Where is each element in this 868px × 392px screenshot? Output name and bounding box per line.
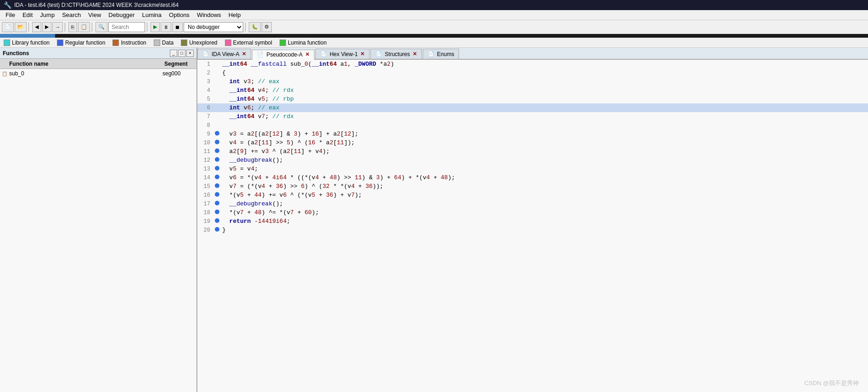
tabs-row: 📄 IDA View-A ✕ 📄 Pseudocode-A ✕ 📄 Hex Vi… <box>197 48 868 60</box>
panel-minimize-btn[interactable]: _ <box>170 50 177 57</box>
fwd-btn[interactable]: ▶ <box>42 22 51 32</box>
legend-item-library-function: Library function <box>4 40 50 46</box>
code-text: __debugbreak(); <box>220 156 868 165</box>
breakpoint-dot[interactable] <box>214 68 220 77</box>
breakpoint-dot[interactable] <box>214 112 220 121</box>
search-input[interactable] <box>108 22 145 32</box>
breakpoint-dot[interactable] <box>214 121 220 130</box>
panel-close-btn[interactable]: × <box>186 50 194 57</box>
function-row[interactable]: 📋 sub_0 seg000 <box>0 69 196 78</box>
breakpoint-dot[interactable] <box>214 217 220 226</box>
menu-item-file[interactable]: File <box>2 11 19 19</box>
legend-color-box <box>225 40 231 46</box>
progress-bar-area <box>0 34 868 38</box>
line-number: 4 <box>197 86 214 95</box>
menu-item-edit[interactable]: Edit <box>19 11 36 19</box>
open-btn[interactable]: 📂 <box>15 22 27 32</box>
tab-ida-view-a[interactable]: 📄 IDA View-A ✕ <box>197 49 251 59</box>
legend-label: Instruction <box>121 40 146 46</box>
breakpoint-dot[interactable] <box>214 103 220 112</box>
code-text: __int64 v4; // rdx <box>220 86 868 95</box>
tab-label: IDA View-A <box>212 51 239 57</box>
breakpoint-dot[interactable] <box>214 208 220 217</box>
breakpoint-dot[interactable] <box>214 173 220 182</box>
tab-close-btn[interactable]: ✕ <box>360 51 364 57</box>
run-btn[interactable]: ▶ <box>151 22 160 32</box>
code-line: 1__int64 __fastcall sub_0(__int64 a1, _D… <box>197 60 868 68</box>
debug-btn1[interactable]: 🐛 <box>249 22 261 32</box>
tab-close-btn[interactable]: ✕ <box>242 51 246 57</box>
progress-dark <box>55 34 868 38</box>
breakpoint-dot[interactable] <box>214 138 220 147</box>
breakpoint-dot[interactable] <box>214 191 220 199</box>
tab-close-btn[interactable]: ✕ <box>413 51 417 57</box>
panel-maximize-btn[interactable]: □ <box>178 50 185 57</box>
copy-btn[interactable]: ⎘ <box>68 22 77 32</box>
breakpoint-dot[interactable] <box>214 95 220 103</box>
tab-hex-view-1[interactable]: 📄 Hex View-1 ✕ <box>315 49 370 59</box>
tab-enums[interactable]: 📄 Enums <box>423 49 459 59</box>
breakpoint-dot[interactable] <box>214 156 220 165</box>
nav-btn[interactable]: → <box>52 22 63 32</box>
new-btn[interactable]: 📄 <box>2 22 14 32</box>
legend-item-regular-function: Regular function <box>57 40 105 46</box>
code-line: 11 a2[9] += v3 ^ (a2[11] + v4); <box>197 147 868 156</box>
breakpoint-dot[interactable] <box>214 86 220 95</box>
tab-icon: 📄 <box>428 51 434 57</box>
stop-btn[interactable]: ⏹ <box>172 22 183 32</box>
legend-item-unexplored: Unexplored <box>181 40 217 46</box>
debugger-select[interactable]: No debugger <box>184 22 243 32</box>
code-area[interactable]: 1__int64 __fastcall sub_0(__int64 a1, _D… <box>197 60 868 392</box>
breakpoint-dot[interactable] <box>214 147 220 156</box>
line-number: 9 <box>197 130 214 138</box>
watermark: CSDN @我不是秀神 <box>804 379 859 387</box>
breakpoint-dot[interactable] <box>214 199 220 208</box>
menu-item-debugger[interactable]: Debugger <box>105 11 138 19</box>
breakpoint-dot[interactable] <box>214 226 220 234</box>
menu-item-help[interactable]: Help <box>225 11 245 19</box>
tab-label: Hex View-1 <box>330 51 358 57</box>
code-text: int v3; // eax <box>220 77 868 86</box>
function-segment: seg000 <box>162 70 195 77</box>
legend-color-box <box>181 40 187 46</box>
legend-color-box <box>4 40 10 46</box>
menu-bar: FileEditJumpSearchViewDebuggerLuminaOpti… <box>0 10 868 20</box>
code-text: v4 = (a2[11] >> 5) ^ (16 * a2[11]); <box>220 138 868 147</box>
tab-icon: 📄 <box>257 51 263 57</box>
pause-btn[interactable]: ⏸ <box>161 22 171 32</box>
breakpoint-dot[interactable] <box>214 60 220 68</box>
sep2 <box>65 23 67 32</box>
legend-label: External symbol <box>233 40 272 46</box>
code-text: return -14419i64; <box>220 217 868 226</box>
menu-item-windows[interactable]: Windows <box>193 11 225 19</box>
line-number: 12 <box>197 156 214 165</box>
menu-item-search[interactable]: Search <box>58 11 84 19</box>
code-line: 19 return -14419i64; <box>197 217 868 226</box>
legend-label: Library function <box>12 40 50 46</box>
menu-item-lumina[interactable]: Lumina <box>138 11 165 19</box>
back-btn[interactable]: ◀ <box>32 22 41 32</box>
code-line: 8 <box>197 121 868 130</box>
legend-label: Unexplored <box>189 40 217 46</box>
sep3 <box>92 23 94 32</box>
breakpoint-dot[interactable] <box>214 130 220 138</box>
functions-col-header: Function name Segment <box>0 59 196 69</box>
breakpoint-dot[interactable] <box>214 182 220 191</box>
code-line: 16 *(v5 + 44) += v6 ^ (*(v5 + 36) + v7); <box>197 191 868 199</box>
paste-btn[interactable]: 📋 <box>78 22 90 32</box>
code-line: 9 v3 = a2[(a2[12] & 3) + 16] + a2[12]; <box>197 130 868 138</box>
debug-btn2[interactable]: ⚙ <box>262 22 272 32</box>
menu-item-jump[interactable]: Jump <box>36 11 58 19</box>
code-text: *(v5 + 44) += v6 ^ (*(v5 + 36) + v7); <box>220 191 868 199</box>
breakpoint-dot[interactable] <box>214 77 220 86</box>
legend-label: Lumina function <box>288 40 327 46</box>
breakpoint-dot[interactable] <box>214 165 220 173</box>
tab-structures[interactable]: 📄 Structures ✕ <box>370 49 422 59</box>
code-line: 3 int v3; // eax <box>197 77 868 86</box>
tab-pseudocode-a[interactable]: 📄 Pseudocode-A ✕ <box>252 50 314 60</box>
menu-item-options[interactable]: Options <box>165 11 193 19</box>
find-btn[interactable]: 🔍 <box>95 22 107 32</box>
menu-item-view[interactable]: View <box>84 11 105 19</box>
tab-close-btn[interactable]: ✕ <box>305 51 309 57</box>
line-number: 16 <box>197 191 214 199</box>
